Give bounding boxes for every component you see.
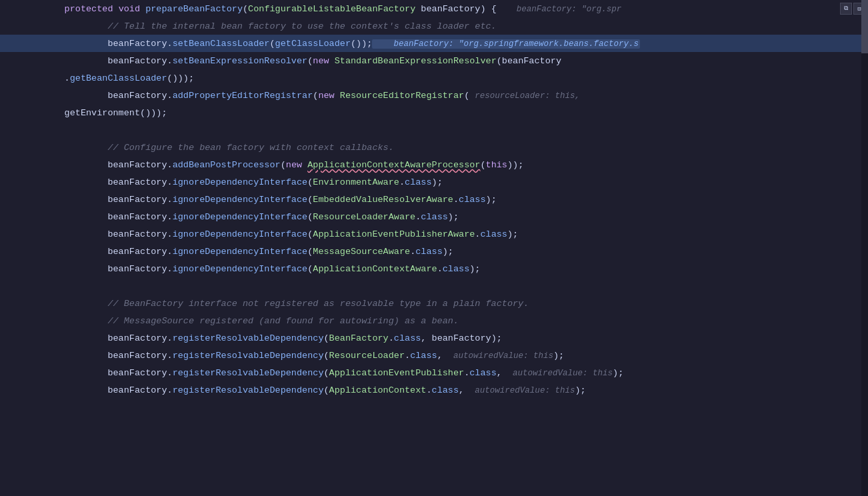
hint-autowired-appcontext: autowiredValue: this [475,386,575,395]
code-editor: ⧉ ⊟ protected void prepareBeanFactory(Co… [0,0,868,496]
scrollbar-thumb[interactable] [861,0,868,53]
code-line-23: beanFactory.registerResolvableDependency… [0,381,868,399]
scrollbar[interactable] [861,0,868,496]
code-line-7: getEnvironment())); [0,104,868,121]
code-line-16: beanFactory.ignoreDependencyInterface(Ap… [0,260,868,277]
line-23-content: beanFactory.registerResolvableDependency… [32,375,868,405]
